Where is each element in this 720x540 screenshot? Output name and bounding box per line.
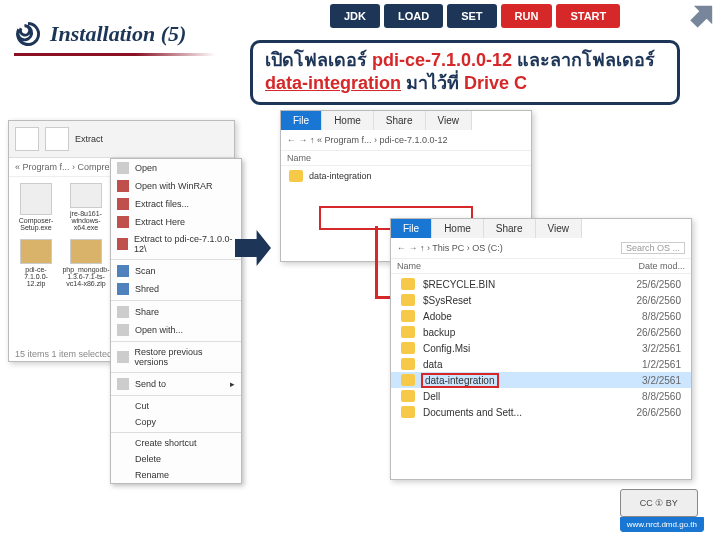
ctx-sendto[interactable]: Send to▸ — [111, 375, 241, 393]
ctx-exto[interactable]: Extract to pdi-ce-7.1.0.0-12\ — [111, 231, 241, 257]
ctx-exhere[interactable]: Extract Here — [111, 213, 241, 231]
tabbar: File Home Share View — [391, 219, 691, 238]
highlight-line — [375, 226, 378, 296]
ribbon-extract[interactable]: Extract — [75, 134, 103, 144]
ctx-open[interactable]: Open — [111, 159, 241, 177]
cc-badge: CC ① BY www.nrct.dmd.go.th — [620, 489, 704, 532]
file-item-selected[interactable]: pdi-ce-7.1.0.0-12.zip — [15, 239, 57, 287]
ribbon: Extract — [9, 121, 234, 158]
instr-t3: และลากโฟลเดอร์ — [512, 50, 655, 70]
corner-decoration — [685, 0, 720, 33]
instr-t2: pdi-ce-7.1.0.0-12 — [372, 50, 512, 70]
nav-pills: JDK LOAD SET RUN START — [330, 4, 620, 28]
folder-row[interactable]: data-integration — [281, 166, 531, 186]
ctx-restore[interactable]: Restore previous versions — [111, 344, 241, 370]
cc-url: www.nrct.dmd.go.th — [620, 517, 704, 532]
ctx-delete[interactable]: Delete — [111, 451, 241, 467]
ctx-openwith[interactable]: Open with... — [111, 321, 241, 339]
instr-t5: มาไว้ที่ — [401, 73, 464, 93]
col-date[interactable]: Date mod... — [638, 261, 685, 271]
list-item[interactable]: data1/2/2561 — [391, 356, 691, 372]
tabbar: File Home Share View — [281, 111, 531, 130]
list-item-highlighted[interactable]: data-integration3/2/2561 — [391, 372, 691, 388]
ctx-rename[interactable]: Rename — [111, 467, 241, 483]
tab-home[interactable]: Home — [322, 111, 374, 130]
ctx-copy[interactable]: Copy — [111, 414, 241, 430]
ctx-extract[interactable]: Extract files... — [111, 195, 241, 213]
file-item[interactable]: jre-8u161-windows-x64.exe — [65, 183, 107, 231]
list-item[interactable]: Adobe8/8/2560 — [391, 308, 691, 324]
file-item[interactable]: Composer-Setup.exe — [15, 183, 57, 231]
ctx-shred[interactable]: Shred — [111, 280, 241, 298]
list-item[interactable]: Documents and Sett...26/6/2560 — [391, 404, 691, 420]
folder-icon — [289, 170, 303, 182]
nav-start[interactable]: START — [556, 4, 620, 28]
address-bar[interactable]: ← → ↑ « Program f... › pdi-ce-7.1.0.0-12 — [281, 130, 531, 151]
search-input[interactable]: Search OS ... — [621, 242, 685, 254]
ribbon-btn[interactable] — [45, 127, 69, 151]
ctx-cut[interactable]: Cut — [111, 398, 241, 414]
instr-t6: Drive C — [464, 73, 527, 93]
ctx-scan[interactable]: Scan — [111, 262, 241, 280]
swirl-icon — [14, 20, 42, 48]
column-headers: Name Date mod... — [391, 259, 691, 274]
list-item[interactable]: Dell8/8/2560 — [391, 388, 691, 404]
tab-view[interactable]: View — [426, 111, 473, 130]
column-header[interactable]: Name — [281, 151, 531, 166]
nav-jdk[interactable]: JDK — [330, 4, 380, 28]
address-bar[interactable]: ← → ↑ › This PC › OS (C:) Search OS ... — [391, 238, 691, 259]
instr-t1: เปิดโฟลเดอร์ — [265, 50, 372, 70]
list-item[interactable]: $RECYCLE.BIN25/6/2560 — [391, 276, 691, 292]
explorer-window-3: File Home Share View ← → ↑ › This PC › O… — [390, 218, 692, 480]
page-title-wrap: Installation (5) — [14, 20, 186, 54]
folder-name: data-integration — [309, 171, 372, 181]
tab-view[interactable]: View — [536, 219, 583, 238]
context-menu: Open Open with WinRAR Extract files... E… — [110, 158, 242, 484]
ribbon-btn[interactable] — [15, 127, 39, 151]
list-item[interactable]: $SysReset26/6/2560 — [391, 292, 691, 308]
tab-share[interactable]: Share — [374, 111, 426, 130]
file-list: $RECYCLE.BIN25/6/2560 $SysReset26/6/2560… — [391, 274, 691, 422]
list-item[interactable]: Config.Msi3/2/2561 — [391, 340, 691, 356]
list-item[interactable]: backup26/6/2560 — [391, 324, 691, 340]
nav-set[interactable]: SET — [447, 4, 496, 28]
instruction-box: เปิดโฟลเดอร์ pdi-ce-7.1.0.0-12 และลากโฟล… — [250, 40, 680, 105]
instr-t4: data-integration — [265, 73, 401, 93]
ctx-share[interactable]: Share — [111, 303, 241, 321]
tab-file[interactable]: File — [281, 111, 322, 130]
col-name[interactable]: Name — [397, 261, 421, 271]
file-item[interactable]: php_mongodb-1.3.6-7.1-ts-vc14-x86.zip — [65, 239, 107, 287]
nav-run[interactable]: RUN — [501, 4, 553, 28]
nav-load[interactable]: LOAD — [384, 4, 443, 28]
tab-file[interactable]: File — [391, 219, 432, 238]
page-title: Installation (5) — [50, 21, 186, 47]
tab-share[interactable]: Share — [484, 219, 536, 238]
ctx-shortcut[interactable]: Create shortcut — [111, 435, 241, 451]
tab-home[interactable]: Home — [432, 219, 484, 238]
cc-icon: CC ① BY — [620, 489, 698, 517]
ctx-openwr[interactable]: Open with WinRAR — [111, 177, 241, 195]
